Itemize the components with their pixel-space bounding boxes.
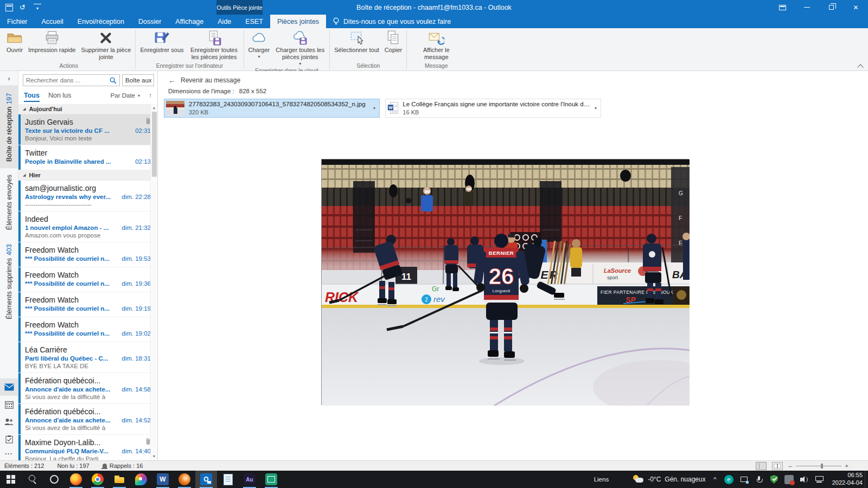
mail-list-item[interactable]: Fédération québécoi...Annonce d'aide aux… xyxy=(18,404,157,435)
upload-button[interactable]: Charger ▾ xyxy=(246,29,273,59)
reading-view-button[interactable] xyxy=(772,462,783,470)
filter-unread-tab[interactable]: Non lus xyxy=(48,92,71,102)
mail-list-item[interactable]: sam@journalistic.orgAstrology reveals wh… xyxy=(18,181,157,211)
filter-all-tab[interactable]: Tous xyxy=(24,92,40,102)
send-receive-icon[interactable] xyxy=(5,4,13,11)
ribbon-tab[interactable]: Envoi/réception xyxy=(71,15,131,28)
sync-error-tray-icon[interactable] xyxy=(784,475,794,484)
taskbar-flame-button[interactable] xyxy=(174,471,195,488)
taskbar-notepad-button[interactable] xyxy=(217,471,239,488)
attachment-dropdown-icon[interactable]: ▾ xyxy=(373,106,375,111)
taskbar-paint-button[interactable] xyxy=(130,471,152,488)
taskbar-clock[interactable]: 06:55 2022-04-04 xyxy=(830,472,863,487)
select-all-button[interactable]: Sélectionner tout xyxy=(331,29,382,54)
taskbar-outlook-button[interactable]: O xyxy=(195,471,217,488)
links-toolbar[interactable]: Liens xyxy=(594,476,609,483)
ribbon-tab[interactable]: Aide xyxy=(210,15,238,28)
attachment-dropdown-icon[interactable]: ▾ xyxy=(595,106,597,111)
ribbon-tab[interactable]: Affichage xyxy=(168,15,210,28)
taskbar-recorder-button[interactable] xyxy=(260,471,282,488)
taskbar-word-button[interactable]: W xyxy=(152,471,174,488)
show-message-button[interactable]: Afficher le message xyxy=(409,29,464,61)
taskbar-firefox-button[interactable] xyxy=(65,471,87,488)
back-to-message-button[interactable]: ← Revenir au message xyxy=(158,71,868,86)
navigation-overflow-button[interactable]: ••• xyxy=(0,448,18,460)
ribbon-tab[interactable]: Fichier xyxy=(0,15,35,28)
mail-module-button[interactable] xyxy=(0,378,18,396)
mail-list-item[interactable]: Freedom Watch*** Possibilité de courriel… xyxy=(18,292,157,317)
search-box[interactable] xyxy=(23,74,120,86)
ribbon-tab[interactable]: Dossier xyxy=(131,15,168,28)
reminders-status[interactable]: Rappels : 16 xyxy=(103,463,143,469)
microphone-tray-icon[interactable] xyxy=(755,475,764,484)
taskbar-cortana-button[interactable] xyxy=(43,471,65,488)
ribbon-display-options-button[interactable] xyxy=(770,0,795,15)
scroll-up-icon[interactable]: ▲ xyxy=(152,104,156,112)
unread-count[interactable]: Non lu : 197 xyxy=(57,463,89,469)
collapse-ribbon-button[interactable] xyxy=(858,63,863,68)
defender-tray-icon[interactable] xyxy=(770,475,778,484)
minimize-button[interactable] xyxy=(795,0,819,15)
ribbon-tab[interactable]: ESET xyxy=(238,15,270,28)
display-tray-icon[interactable] xyxy=(739,475,749,484)
expand-folder-pane-button[interactable]: › xyxy=(0,71,18,85)
taskbar-explorer-button[interactable] xyxy=(108,471,130,488)
mail-group-header[interactable]: ◢Aujourd'hui xyxy=(18,104,157,114)
scrollbar-thumb[interactable] xyxy=(152,112,157,177)
mail-group-header[interactable]: ◢Hier xyxy=(18,170,157,181)
search-input[interactable] xyxy=(26,77,110,84)
calendar-module-button[interactable] xyxy=(0,396,18,413)
ribbon-tab[interactable]: Accueil xyxy=(35,15,71,28)
mail-list-item[interactable]: TwitterPeople in Blainville shared ...02… xyxy=(18,145,157,170)
delete-attachment-button[interactable]: Supprimer la pièce jointe xyxy=(78,29,133,61)
zoom-out-button[interactable]: – xyxy=(788,463,792,469)
mail-list-item[interactable]: Freedom Watch*** Possibilité de courriel… xyxy=(18,267,157,292)
sidebar-item-deleted[interactable]: Éléments supprimés 403 xyxy=(0,236,18,326)
attachment-card-image[interactable]: 277832383_2430309307106413_5783274820508… xyxy=(164,99,380,118)
upload-all-attachments-button[interactable]: Charger toutes les pièces jointes ▾ xyxy=(272,29,328,66)
undo-icon[interactable]: ↺ xyxy=(20,4,27,11)
tasks-module-button[interactable] xyxy=(0,431,18,448)
restore-button[interactable] xyxy=(819,0,844,15)
mail-list-item[interactable]: Maxime Doyon-Lalib...Communiqué PLQ Mari… xyxy=(18,435,157,460)
normal-view-button[interactable] xyxy=(756,462,767,470)
tray-overflow-button[interactable]: ^ xyxy=(712,475,718,484)
open-button[interactable]: Ouvrir xyxy=(4,29,25,54)
mail-list-item[interactable]: Justin GervaisTexte sur la victoire du C… xyxy=(18,114,157,145)
sort-dropdown[interactable]: Par Date ▾ xyxy=(111,92,140,101)
sidebar-item-inbox[interactable]: Boîte de réception 197 xyxy=(0,85,18,168)
mail-list-item[interactable]: Indeed1 nouvel emploi Amazon - ...dim. 2… xyxy=(18,211,157,242)
network-tray-icon[interactable] xyxy=(815,475,824,484)
volume-tray-icon[interactable] xyxy=(800,475,809,484)
items-count[interactable]: Éléments : 212 xyxy=(4,463,44,469)
eset-tray-icon[interactable]: e xyxy=(724,475,733,484)
zoom-slider-thumb[interactable] xyxy=(821,464,823,468)
taskbar-search-button[interactable] xyxy=(22,471,43,488)
attachment-card-docx[interactable]: W Le Collège Français signe une importan… xyxy=(385,99,601,118)
mail-list-scrollbar[interactable]: ▲ ▼ xyxy=(150,104,157,460)
copy-button[interactable]: Copier xyxy=(382,29,405,54)
taskbar-audition-button[interactable]: Au xyxy=(239,471,260,488)
save-all-attachments-button[interactable]: Enregistrer toutes les pièces jointes xyxy=(187,29,242,61)
show-desktop-button[interactable] xyxy=(865,471,868,488)
mail-list-item[interactable]: Freedom Watch*** Possibilité de courriel… xyxy=(18,242,157,267)
sort-direction-button[interactable]: ↑ xyxy=(149,92,152,101)
mail-list-item[interactable]: Freedom Watch*** Possibilité de courriel… xyxy=(18,317,157,342)
mailbox-scope-dropdown[interactable]: Boîte aux lettres actuelle ▾ xyxy=(122,74,154,86)
ribbon-tab[interactable]: Pièces jointes xyxy=(270,15,326,28)
sidebar-item-sent[interactable]: Éléments envoyés xyxy=(0,168,18,236)
mail-list-item[interactable]: Fédération québécoi...Annonce d'aide aux… xyxy=(18,373,157,404)
tell-me-box[interactable]: Dites-nous ce que vous voulez faire xyxy=(326,15,457,28)
zoom-in-button[interactable]: + xyxy=(845,463,848,469)
taskbar-chrome-button[interactable] xyxy=(87,471,108,488)
close-button[interactable]: ✕ xyxy=(844,0,868,15)
taskbar-start-button[interactable] xyxy=(0,471,22,488)
weather-widget[interactable]: -0°C Gén. nuageux xyxy=(633,475,706,484)
scroll-down-icon[interactable]: ▼ xyxy=(152,452,156,460)
save-as-button[interactable]: Enregistrer sous xyxy=(137,29,186,54)
mail-list-item[interactable]: Léa CarrièreParti libéral du Québec - C.… xyxy=(18,342,157,373)
customize-quick-access-icon[interactable]: ▾ xyxy=(34,4,41,11)
quick-print-button[interactable]: Impression rapide xyxy=(25,29,78,54)
people-module-button[interactable] xyxy=(0,413,18,431)
zoom-slider[interactable] xyxy=(796,466,841,466)
